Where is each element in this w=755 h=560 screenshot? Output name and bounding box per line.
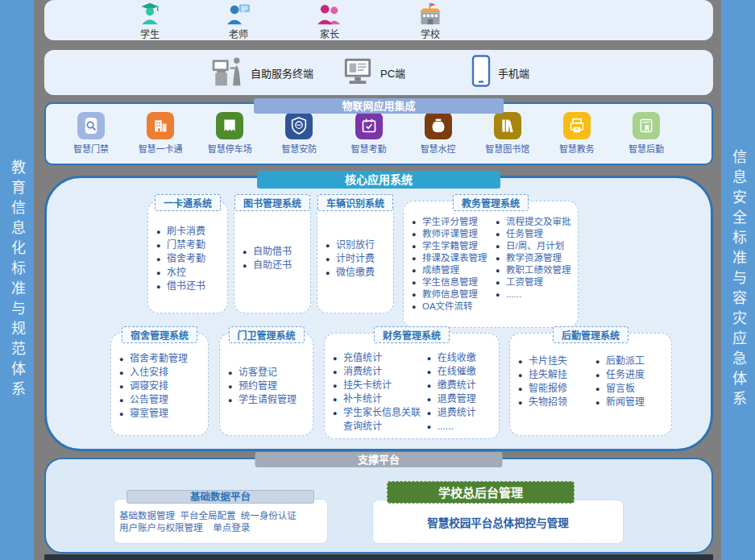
support-banner: 支撑平台 <box>255 452 503 467</box>
iot-item-access: 智慧门禁 <box>62 112 120 164</box>
list-item: 卡片挂失 <box>518 355 595 368</box>
list-item: 学生家长信息关联查询统计 <box>333 406 427 433</box>
list-item: 智能报修 <box>518 382 595 396</box>
diagram-content: 学生 老师 <box>44 0 713 560</box>
list-item: 留言板 <box>595 382 668 396</box>
terminal-group-phone: 手机端 <box>471 50 529 95</box>
list-item: 充值统计 <box>333 351 427 365</box>
iot-item-library: 智慧图书馆 <box>479 112 537 164</box>
list-item: ...... <box>496 288 575 301</box>
card-logistics-system: 后勤管理系统 卡片挂失挂失解挂智能报修失物招领 后勤派工任务进度留言板新闻管理 <box>509 333 672 436</box>
card-list: 流程提交及审批任务管理日/周、月计划教学资源管理教职工绩效管理工资管理.....… <box>496 216 575 301</box>
parking-icon <box>216 112 243 139</box>
terminal-label: 手机端 <box>498 65 529 81</box>
list-item: 在线催缴 <box>427 365 496 379</box>
terminal-group-pc: PC端 <box>342 50 405 95</box>
list-item: 借书还书 <box>156 280 205 293</box>
right-standards-label: 信息安全标准与容灾应急体系 <box>728 149 749 411</box>
list-item: 任务进度 <box>595 368 668 382</box>
iot-item-parking: 智慧停车场 <box>201 112 259 164</box>
list-item: 学生信息管理 <box>412 276 496 288</box>
list-item: 挂失卡统计 <box>333 379 427 392</box>
list-item: 工资管理 <box>496 276 575 288</box>
iot-label: 智慧停车场 <box>201 142 259 155</box>
iot-item-logistics: 智慧后勤 <box>617 112 675 164</box>
user-label: 老师 <box>202 27 275 40</box>
user-label: 学生 <box>114 27 186 40</box>
list-item: 流程提交及审批 <box>496 216 575 228</box>
user-label: 家长 <box>293 27 366 40</box>
list-item: 退费统计 <box>427 406 496 420</box>
user-label: 学校 <box>394 27 467 40</box>
list-item: 学生学籍管理 <box>412 240 496 252</box>
phone-icon <box>471 55 491 90</box>
list-item: 教师信息管理 <box>412 288 496 301</box>
list-item: 后勤派工 <box>595 355 668 368</box>
base-platform-line2: 用户账户与权限管理 单点登录 <box>119 522 321 534</box>
list-item: 消费统计 <box>333 365 427 379</box>
list-item: 失物招领 <box>518 396 595 409</box>
list-item: 退费管理 <box>427 392 496 406</box>
list-item: 日/周、月计划 <box>496 240 575 252</box>
iot-label: 智慧教务 <box>548 142 606 155</box>
list-item: 缴费统计 <box>427 379 496 392</box>
card-list: 刷卡消费门禁考勤宿舍考勤水控借书还书 <box>156 225 205 293</box>
user-roles-row: 学生 老师 <box>44 0 713 40</box>
list-item: 自助还书 <box>243 259 292 272</box>
left-standards-label: 教育信息化标准与规范体系 <box>6 160 27 401</box>
card-onecard-system: 一卡通系统 刷卡消费门禁考勤宿舍考勤水控借书还书 <box>147 201 228 313</box>
parents-icon <box>293 2 366 25</box>
card-finance-system: 财务管理系统 充值统计消费统计挂失卡统计补卡统计学生家长信息关联查询统计 在线收… <box>324 333 500 439</box>
attendance-calendar-icon <box>355 112 383 139</box>
academic-printer-icon <box>563 112 591 139</box>
iot-label: 智慧一卡通 <box>131 142 189 155</box>
card-list: 宿舍考勤管理入住安排调寝安排公告管理寝室管理 <box>119 352 188 421</box>
right-standards-bar: 信息安全标准与容灾应急体系 <box>721 0 755 560</box>
iot-label: 智慧门禁 <box>62 142 120 155</box>
card-list: 访客登记预约管理学生请假管理 <box>228 366 297 407</box>
list-item: 访客登记 <box>228 366 297 380</box>
list-item: 在线收缴 <box>427 351 496 365</box>
school-admin-card: 智慧校园平台总体把控与管理 <box>372 500 624 544</box>
library-books-icon <box>494 112 521 139</box>
support-platform-box: 支撑平台 基础数据平台 基础数据管理 平台全局配置 统一身份认证 用户账户与权限… <box>44 458 713 554</box>
card-title: 后勤管理系统 <box>553 326 628 343</box>
list-item: 教学资源管理 <box>496 252 575 264</box>
list-item: 门禁考勤 <box>156 239 205 252</box>
terminals-row: 自助服务终端 PC端 <box>44 50 713 95</box>
list-item: 成绩管理 <box>412 264 496 276</box>
card-title: 财务管理系统 <box>374 326 450 343</box>
iot-applications-box: 物联网应用集成 智慧门禁 <box>44 102 713 165</box>
card-title: 门卫管理系统 <box>228 326 304 343</box>
card-list: 后勤派工任务进度留言板新闻管理 <box>595 355 668 409</box>
card-vehicle-system: 车辆识别系统 识别放行计时计费微信缴费 <box>317 201 394 313</box>
card-dorm-system: 宿舍管理系统 宿舍考勤管理入住安排调寝安排公告管理寝室管理 <box>110 333 209 436</box>
terminal-group-kiosk: 自助服务终端 <box>209 50 313 95</box>
list-item: 调寝安排 <box>119 380 188 393</box>
base-platform-line1: 基础数据管理 平台全局配置 统一身份认证 <box>119 510 321 522</box>
card-title: 图书管理系统 <box>234 194 310 211</box>
list-item: 新闻管理 <box>595 396 668 409</box>
list-item: 任务管理 <box>496 228 575 240</box>
list-item: 排课及课表管理 <box>412 252 496 264</box>
card-list: 在线收缴在线催缴缴费统计退费管理退费统计...... <box>427 351 496 433</box>
smart-campus-architecture-diagram: 教育信息化标准与规范体系 信息安全标准与容灾应急体系 学生 <box>0 0 755 560</box>
list-item: 教职工绩效管理 <box>496 264 575 276</box>
iot-label: 智慧图书馆 <box>479 142 537 155</box>
card-title: 宿舍管理系统 <box>122 326 197 343</box>
iot-item-water: 智慧水控 <box>409 112 467 164</box>
list-item: 宿舍考勤 <box>156 252 205 266</box>
water-control-icon <box>425 112 452 139</box>
card-title: 教务管理系统 <box>453 194 529 211</box>
list-item: 入住安排 <box>119 366 188 380</box>
logistics-clipboard-icon <box>633 112 660 139</box>
list-item: 计时计费 <box>326 252 375 266</box>
terminal-label: PC端 <box>380 65 405 81</box>
teacher-icon <box>202 2 275 25</box>
list-item: 寝室管理 <box>119 407 188 421</box>
access-control-icon <box>77 112 105 139</box>
card-gate-system: 门卫管理系统 访客登记预约管理学生请假管理 <box>219 333 313 436</box>
left-standards-bar: 教育信息化标准与规范体系 <box>0 0 34 560</box>
user-group-parents: 家长 <box>293 2 366 40</box>
list-item: 识别放行 <box>326 239 375 252</box>
